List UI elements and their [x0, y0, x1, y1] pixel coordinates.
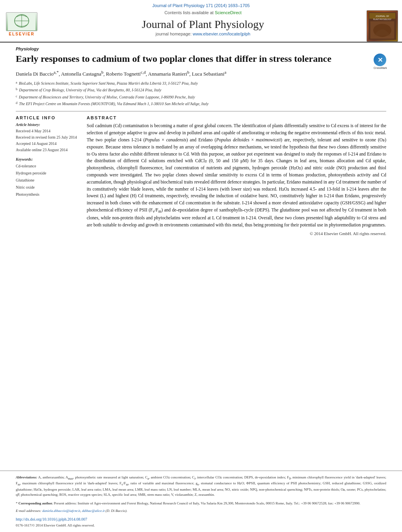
affiliation-c: Department of Biosciences and Territory,… — [19, 94, 195, 100]
corresponding-star: * Corresponding author. — [16, 501, 53, 505]
email-link[interactable]: daniela.dibaccio@iafcnr.it — [42, 509, 80, 513]
keyword-cd-tolerance: Cd-tolerance — [16, 163, 79, 170]
available-date: Available online 23 August 2014 — [16, 147, 79, 153]
affiliation-a: BioLabs, Life Sciences Institute, Scuola… — [19, 80, 198, 87]
journal-thumbnail: JOURNAL OF PLANT PHYSIOLOGY — [367, 10, 398, 42]
crossmark-icon: ✕ — [374, 54, 386, 66]
footer: Abbreviations: A, antheraxanthin; Amax, … — [0, 471, 402, 532]
abbreviations-text: A, antheraxanthin; Amax, photosynthetic … — [16, 475, 386, 497]
keyword-hydrogen-peroxide: Hydrogen peroxide — [16, 170, 79, 177]
abbreviations-label: Abbreviations: — [16, 475, 37, 479]
lowest-text: lowest — [87, 193, 99, 198]
email-section: E-mail addresses: daniela.dibaccio@iafcn… — [16, 508, 386, 514]
journal-volume-link[interactable]: Journal of Plant Physiology 171 (2014) 1… — [152, 3, 249, 8]
affiliations: a BioLabs, Life Sciences Institute, Scuo… — [16, 80, 386, 107]
abstract-text: Soil cadmium (Cd) contamination is becom… — [87, 122, 386, 229]
crossmark-badge: ✕ CrossMark — [374, 54, 386, 66]
received-revised-date: Received in revised form 25 July 2014 — [16, 134, 79, 141]
copyright-text: © 2014 Elsevier GmbH. All rights reserve… — [87, 231, 386, 236]
keyword-nitric-oxide: Nitric oxide — [16, 184, 79, 191]
authors: Daniela Di Baccioa,*, Antonella Castagna… — [16, 69, 386, 78]
svg-text:JOURNAL OF: JOURNAL OF — [376, 15, 389, 17]
journal-homepage: journal homepage: www.elsevier.com/locat… — [156, 32, 250, 36]
abstract-header: Abstract — [87, 115, 386, 120]
abstract-column: Abstract Soil cadmium (Cd) contamination… — [87, 115, 386, 236]
homepage-link[interactable]: www.elsevier.com/locate/jplph — [193, 32, 250, 36]
corresponding-author: * Corresponding author. Present address:… — [16, 501, 386, 506]
doi-link[interactable]: http://dx.doi.org/10.1016/j.jplph.2014.0… — [16, 516, 386, 522]
article-title: Early responses to cadmium of two poplar… — [16, 53, 370, 65]
affiliation-b: Department of Crop Biology, University o… — [19, 87, 161, 93]
affiliation-d: The EFI Project Centre on Mountain Fores… — [19, 101, 208, 107]
svg-text:PLANT PHYSIOLOGY: PLANT PHYSIOLOGY — [373, 19, 391, 20]
journal-center: Contents lists available at ScienceDirec… — [39, 10, 367, 39]
journal-title: Journal of Plant Physiology — [142, 18, 264, 31]
keywords-section: Keywords: Cd-tolerance Hydrogen peroxide… — [16, 157, 79, 198]
accepted-date: Accepted 14 August 2014 — [16, 141, 79, 147]
section-divider — [16, 111, 386, 111]
abbreviations: Abbreviations: A, antheraxanthin; Amax, … — [16, 475, 386, 497]
section-label: Physiology — [16, 46, 386, 51]
article-history: Article history: Received 4 May 2014 Rec… — [16, 122, 79, 153]
received-date: Received 4 May 2014 — [16, 128, 79, 134]
footer-copyright: 0176-1617/© 2014 Elsevier GmbH. All righ… — [16, 523, 386, 528]
contents-bar: Contents lists available at ScienceDirec… — [164, 10, 242, 15]
sciencedirect-link[interactable]: ScienceDirect — [215, 10, 242, 15]
elsevier-logo-image — [6, 12, 37, 31]
elsevier-logo: ELSEVIER — [4, 10, 39, 38]
corresponding-address: Present address: Institute of Agro-envir… — [54, 501, 361, 505]
elsevier-brand-text: ELSEVIER — [9, 32, 34, 36]
two-column-layout: Article Info Article history: Received 4… — [16, 115, 386, 236]
email-label: E-mail addresses: — [16, 509, 41, 513]
keywords-label: Keywords: — [16, 157, 79, 161]
article-info-header: Article Info — [16, 115, 79, 120]
article-info-column: Article Info Article history: Received 4… — [16, 115, 79, 236]
keyword-glutathione: Glutathione — [16, 177, 79, 184]
email-link-2[interactable]: ddibac@alice.it — [82, 509, 105, 513]
article-body: Physiology Early responses to cadmium of… — [0, 43, 402, 471]
article-history-label: Article history: — [16, 122, 79, 127]
journal-header: Journal of Plant Physiology 171 (2014) 1… — [0, 0, 402, 43]
keyword-photosynthesis: Photosynthesis — [16, 191, 79, 198]
